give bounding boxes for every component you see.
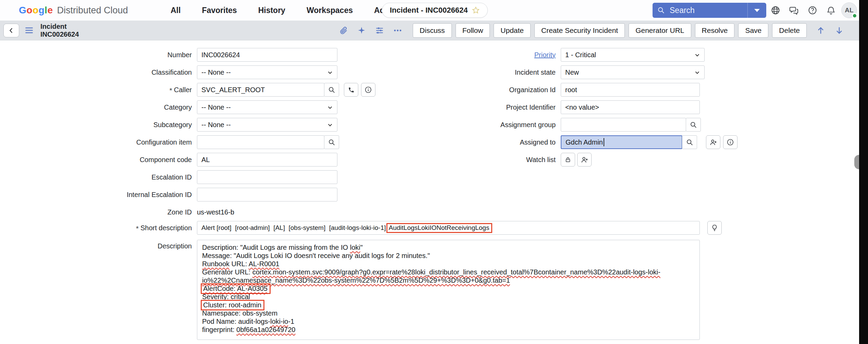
action-bar-right: Discuss Follow Update Create Security In… (339, 23, 844, 38)
field-row-category: Category -- None -- (0, 100, 337, 114)
internal-escalation-id-input[interactable] (197, 188, 337, 201)
subcategory-select[interactable]: -- None -- (197, 118, 337, 132)
primary-nav: All Favorites History Workspaces Admin (171, 0, 399, 21)
action-bar-icons (339, 26, 402, 35)
record-type: Incident (40, 23, 79, 30)
escalation-id-label: Escalation ID (0, 173, 192, 181)
field-row-classification: Classification -- None -- (0, 65, 337, 79)
project-identifier-input[interactable]: <no value> (561, 100, 700, 114)
classification-select[interactable]: -- None -- (197, 65, 337, 79)
chevron-down-icon (694, 52, 700, 58)
configuration-item-lookup-button[interactable] (324, 135, 339, 149)
escalation-id-input[interactable] (197, 170, 337, 184)
delete-button[interactable]: Delete (772, 23, 807, 38)
back-button[interactable] (3, 24, 19, 37)
create-security-incident-button[interactable]: Create Security Incident (534, 23, 625, 38)
assignment-group-label: Assignment group (470, 121, 556, 129)
field-row-description: Description (0, 240, 192, 250)
field-row-assigned-to: Assigned to Gdch Admin (470, 135, 737, 149)
short-description-input[interactable]: Alert [root] [root-admin] [AL] [obs-syst… (197, 221, 700, 235)
assigned-to-lookup-button[interactable] (682, 135, 697, 149)
sliders-icon[interactable] (375, 26, 384, 35)
caller-contact-button[interactable] (344, 83, 358, 97)
component-code-label: Component code (0, 156, 192, 164)
paperclip-icon[interactable] (339, 26, 348, 35)
caller-lookup-button[interactable] (324, 83, 339, 97)
hamburger-menu-icon[interactable] (25, 27, 33, 34)
number-input[interactable]: INC0026624 (197, 48, 337, 62)
chevron-down-icon (327, 70, 333, 75)
assigned-to-input[interactable]: Gdch Admin (561, 135, 682, 149)
incident-state-select[interactable]: New (561, 65, 705, 79)
priority-value: 1 - Critical (565, 51, 596, 59)
description-label: Description (0, 240, 192, 250)
nav-item-favorites[interactable]: Favorites (202, 6, 237, 15)
generator-url-button[interactable]: Generator URL (629, 23, 691, 38)
save-button[interactable]: Save (738, 23, 768, 38)
field-row-subcategory: Subcategory -- None -- (0, 118, 337, 132)
gdc-logo: Google Distributed Cloud (19, 0, 128, 21)
caller-label: *Caller (0, 86, 192, 94)
category-select[interactable]: -- None -- (197, 100, 337, 114)
watch-list-add-person-button[interactable] (577, 153, 592, 167)
record-title: Incident INC0026624 (40, 23, 79, 38)
search-icon (657, 7, 665, 14)
arrow-up-icon[interactable] (816, 26, 826, 35)
component-code-input[interactable]: AL (197, 153, 337, 167)
nav-item-history[interactable]: History (258, 6, 285, 15)
zone-id-value: us-west16-b (197, 208, 234, 216)
incident-state-label: Incident state (470, 69, 556, 76)
sparkle-icon[interactable] (357, 26, 366, 35)
user-avatar[interactable]: AL (841, 2, 857, 18)
assigned-to-info-button[interactable] (723, 135, 737, 149)
priority-select[interactable]: 1 - Critical (561, 48, 705, 62)
global-search[interactable]: Search (653, 3, 766, 18)
arrow-down-icon[interactable] (834, 26, 844, 35)
incident-state-value: New (565, 69, 579, 76)
bell-icon[interactable] (826, 5, 836, 16)
organization-id-label: Organization Id (470, 86, 556, 94)
caller-input[interactable]: SVC_ALERT_ROOT (197, 83, 324, 97)
organization-id-input[interactable]: root (561, 83, 700, 97)
assigned-to-add-person-button[interactable] (706, 135, 720, 149)
assigned-to-label: Assigned to (470, 138, 556, 146)
scrollbar-thumb[interactable] (854, 155, 859, 169)
field-row-component-code: Component code AL (0, 153, 337, 167)
assignment-group-input[interactable] (561, 118, 686, 132)
caller-info-button[interactable] (361, 83, 375, 97)
watch-list-label: Watch list (470, 156, 556, 164)
watch-list-lock-button[interactable] (561, 153, 575, 167)
field-row-assignment-group: Assignment group (470, 118, 701, 132)
description-textarea[interactable]: Description: "Audit Logs are missing fro… (197, 240, 700, 340)
chevron-down-icon (754, 9, 760, 12)
subcategory-label: Subcategory (0, 121, 192, 129)
assignment-group-lookup-button[interactable] (686, 118, 701, 132)
field-row-organization-id: Organization Id root (470, 83, 700, 97)
nav-item-workspaces[interactable]: Workspaces (307, 6, 353, 15)
more-options-icon[interactable] (393, 26, 402, 35)
lock-icon (565, 156, 571, 163)
classification-label: Classification (0, 69, 192, 76)
favorite-star-icon[interactable] (472, 6, 480, 14)
context-record-pill[interactable]: Incident - INC0026624 (382, 3, 488, 18)
globe-icon[interactable] (770, 5, 781, 16)
configuration-item-input[interactable] (197, 135, 324, 149)
info-icon (727, 138, 734, 146)
discuss-button[interactable]: Discuss (413, 23, 452, 38)
update-button[interactable]: Update (494, 23, 531, 38)
field-row-project-identifier: Project Identifier <no value> (470, 100, 700, 114)
priority-label-link[interactable]: Priority (534, 51, 556, 59)
suggestion-lightbulb-button[interactable] (707, 221, 722, 235)
help-icon[interactable] (807, 5, 818, 16)
lightbulb-icon (711, 224, 718, 232)
follow-button[interactable]: Follow (456, 23, 490, 38)
search-scope-dropdown[interactable] (748, 9, 766, 12)
google-logo: Google (19, 5, 53, 16)
chat-icon[interactable] (789, 5, 799, 16)
info-icon (364, 86, 372, 94)
resolve-button[interactable]: Resolve (695, 23, 735, 38)
person-add-icon (709, 138, 717, 146)
search-icon (690, 121, 697, 128)
category-label: Category (0, 103, 192, 111)
nav-item-all[interactable]: All (171, 6, 181, 15)
